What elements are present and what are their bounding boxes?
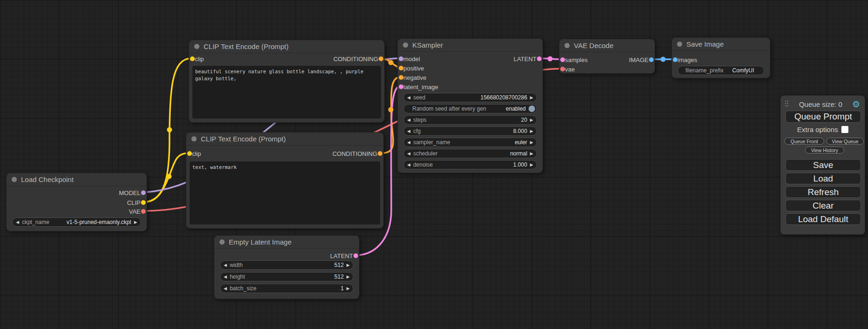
next-value-arrow-icon[interactable]: ▶: [134, 220, 137, 224]
latent-image-input-port[interactable]: [399, 84, 403, 89]
node-ksampler[interactable]: KSampler model positive negative latent_…: [397, 38, 543, 173]
prev-value-arrow-icon[interactable]: ◀: [16, 220, 19, 224]
collapse-dot-icon[interactable]: [677, 42, 682, 47]
sampler-name-widget[interactable]: ◀ sampler_name euler ▶: [403, 138, 537, 147]
next-value-arrow-icon[interactable]: ▶: [346, 263, 350, 267]
latent-output-port[interactable]: [353, 253, 358, 258]
node-title-bar[interactable]: KSampler: [398, 39, 543, 52]
node-title-bar[interactable]: Load Checkpoint: [7, 173, 147, 186]
vae-input-label: vae: [565, 66, 575, 72]
load-button[interactable]: Load: [785, 173, 861, 184]
view-queue-button[interactable]: View Queue: [826, 138, 864, 145]
comfyui-canvas[interactable]: { "icons": { "left_arrow": "◀", "right_a…: [0, 0, 868, 329]
node-title-bar[interactable]: CLIP Text Encode (Prompt): [189, 40, 384, 53]
node-title-bar[interactable]: Save Image: [672, 38, 770, 51]
prev-value-arrow-icon[interactable]: ◀: [224, 274, 227, 279]
widget-value: 1: [340, 285, 344, 292]
widget-label: cfg: [413, 128, 510, 134]
random-seed-widget[interactable]: Random seed after every gen enabled: [403, 104, 537, 113]
conditioning-output-port[interactable]: [379, 56, 383, 61]
node-load-checkpoint[interactable]: Load Checkpoint MODEL CLIP VAE ◀ ckpt_na…: [6, 173, 147, 231]
widget-value: enabled: [506, 105, 526, 112]
denoise-widget[interactable]: ◀ denoise 1.000 ▶: [403, 160, 537, 169]
vae-output-port[interactable]: [141, 209, 146, 214]
widget-value: 8.000: [513, 128, 527, 134]
view-history-button[interactable]: View History: [805, 147, 844, 154]
settings-gear-icon[interactable]: ⚙: [852, 100, 860, 109]
next-value-arrow-icon[interactable]: ▶: [346, 274, 350, 279]
ckpt-name-widget[interactable]: ◀ ckpt_name v1-5-pruned-emaonly.ckpt ▶: [12, 217, 141, 227]
next-value-arrow-icon[interactable]: ▶: [530, 95, 533, 100]
prev-value-arrow-icon[interactable]: ◀: [407, 151, 410, 156]
collapse-dot-icon[interactable]: [219, 239, 225, 245]
next-value-arrow-icon[interactable]: ▶: [530, 162, 533, 167]
refresh-button[interactable]: Refresh: [785, 186, 861, 198]
negative-input-port[interactable]: [399, 75, 403, 80]
node-title-bar[interactable]: VAE Decode: [559, 39, 655, 52]
widget-label: height: [230, 273, 332, 280]
prev-value-arrow-icon[interactable]: ◀: [224, 286, 227, 291]
toggle-circle-icon[interactable]: [529, 105, 535, 112]
next-value-arrow-icon[interactable]: ▶: [530, 118, 533, 122]
prev-value-arrow-icon[interactable]: ◀: [407, 140, 410, 145]
prev-value-arrow-icon[interactable]: ◀: [407, 95, 410, 100]
node-title-bar[interactable]: CLIP Text Encode (Prompt): [186, 133, 383, 146]
collapse-dot-icon[interactable]: [194, 44, 199, 49]
collapse-dot-icon[interactable]: [191, 136, 197, 141]
clip-input-port[interactable]: [187, 151, 192, 156]
model-output-port[interactable]: [141, 190, 146, 195]
extra-options-label: Extra options: [797, 126, 838, 133]
prev-value-arrow-icon[interactable]: ◀: [224, 263, 227, 267]
node-title: Save Image: [686, 40, 724, 48]
filename-prefix-widget[interactable]: filename_prefix ComfyUI: [677, 66, 764, 75]
width-widget[interactable]: ◀ width 512 ▶: [220, 260, 353, 270]
model-input-port[interactable]: [399, 56, 403, 61]
widget-label: denoise: [413, 161, 510, 168]
prev-value-arrow-icon[interactable]: ◀: [407, 118, 410, 122]
images-input-label: images: [677, 56, 697, 63]
batch-size-widget[interactable]: ◀ batch_size 1 ▶: [220, 284, 353, 293]
clip-output-port[interactable]: [141, 200, 146, 205]
collapse-dot-icon[interactable]: [565, 43, 570, 48]
vae-input-port[interactable]: [560, 67, 565, 71]
latent-output-port[interactable]: [537, 56, 542, 61]
node-title: KSampler: [412, 41, 443, 49]
extra-options-checkbox[interactable]: [841, 126, 848, 133]
cfg-widget[interactable]: ◀ cfg 8.000 ▶: [403, 126, 537, 136]
save-button[interactable]: Save: [785, 159, 861, 171]
collapse-dot-icon[interactable]: [12, 177, 17, 182]
steps-widget[interactable]: ◀ steps 20 ▶: [403, 115, 537, 125]
images-input-port[interactable]: [673, 57, 677, 62]
next-value-arrow-icon[interactable]: ▶: [530, 151, 533, 156]
samples-input-port[interactable]: [560, 57, 565, 62]
positive-prompt-textarea[interactable]: beautiful scenery nature glass bottle la…: [192, 66, 381, 119]
clear-button[interactable]: Clear: [785, 200, 861, 211]
node-empty-latent-image[interactable]: Empty Latent Image LATENT ◀ width 512 ▶ …: [214, 235, 360, 299]
node-title-bar[interactable]: Empty Latent Image: [214, 236, 359, 249]
image-output-port[interactable]: [649, 57, 654, 62]
node-save-image[interactable]: Save Image images filename_prefix ComfyU…: [671, 37, 770, 78]
widget-value: 20: [521, 117, 527, 123]
scheduler-widget[interactable]: ◀ scheduler normal ▶: [403, 149, 537, 158]
next-value-arrow-icon[interactable]: ▶: [346, 286, 350, 291]
collapse-dot-icon[interactable]: [403, 42, 408, 48]
node-clip-text-encode-positive[interactable]: CLIP Text Encode (Prompt) clip CONDITION…: [189, 40, 385, 123]
prev-value-arrow-icon[interactable]: ◀: [407, 129, 410, 133]
conditioning-output-port[interactable]: [378, 151, 382, 156]
node-clip-text-encode-negative[interactable]: CLIP Text Encode (Prompt) clip CONDITION…: [186, 132, 384, 229]
clip-input-port[interactable]: [190, 56, 195, 61]
vae-output-label: VAE: [129, 208, 141, 215]
drag-handle-icon[interactable]: [785, 101, 789, 108]
widget-value: v1-5-pruned-emaonly.ckpt: [67, 219, 132, 225]
negative-prompt-textarea[interactable]: text, watermark: [190, 161, 380, 224]
positive-input-port[interactable]: [399, 66, 403, 70]
prev-value-arrow-icon[interactable]: ◀: [407, 162, 410, 167]
queue-front-button[interactable]: Queue Front: [784, 138, 824, 145]
node-vae-decode[interactable]: VAE Decode samples vae IMAGE: [559, 39, 655, 74]
load-default-button[interactable]: Load Default: [785, 213, 861, 225]
queue-prompt-button[interactable]: Queue Prompt: [785, 111, 861, 123]
next-value-arrow-icon[interactable]: ▶: [530, 140, 533, 145]
height-widget[interactable]: ◀ height 512 ▶: [220, 272, 353, 281]
next-value-arrow-icon[interactable]: ▶: [530, 129, 533, 133]
seed-widget[interactable]: ◀ seed 156680208700286 ▶: [403, 93, 537, 102]
